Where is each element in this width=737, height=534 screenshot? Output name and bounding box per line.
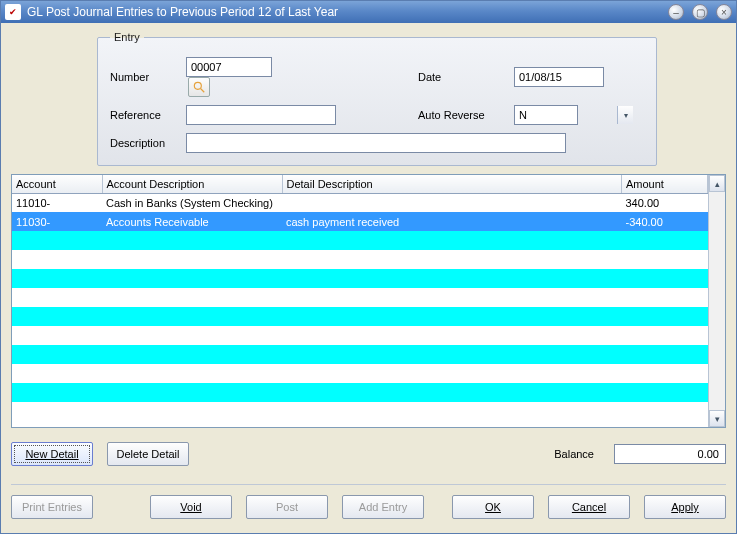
delete-detail-button[interactable]: Delete Detail <box>107 442 189 466</box>
add-entry-button[interactable]: Add Entry <box>342 495 424 519</box>
chevron-down-icon[interactable]: ▾ <box>617 106 633 124</box>
cell-account-description[interactable]: Cash in Banks (System Checking) <box>102 193 282 212</box>
number-label: Number <box>110 71 180 83</box>
grid-header-row: Account Account Description Detail Descr… <box>12 175 708 193</box>
table-row[interactable] <box>12 364 708 383</box>
void-button[interactable]: Void <box>150 495 232 519</box>
reference-input[interactable] <box>186 105 336 125</box>
number-lookup-button[interactable] <box>188 77 210 97</box>
auto-reverse-select[interactable]: ▾ <box>514 105 634 125</box>
entries-grid: Account Account Description Detail Descr… <box>11 174 726 428</box>
cell-amount[interactable]: -340.00 <box>622 212 708 231</box>
entry-group: Entry Number Date Reference Auto Reverse <box>97 31 657 166</box>
scroll-up-button[interactable]: ▴ <box>709 175 725 192</box>
cell-account[interactable]: 11030- <box>12 212 102 231</box>
table-row[interactable] <box>12 402 708 421</box>
close-button[interactable]: × <box>716 4 732 20</box>
cell-amount[interactable]: 340.00 <box>622 193 708 212</box>
print-entries-button[interactable]: Print Entries <box>11 495 93 519</box>
new-detail-button[interactable]: New Detail <box>11 442 93 466</box>
table-row[interactable] <box>12 383 708 402</box>
date-label: Date <box>418 71 508 83</box>
header-account[interactable]: Account <box>12 175 102 193</box>
titlebar: ✔ GL Post Journal Entries to Previous Pe… <box>1 1 736 23</box>
description-label: Description <box>110 137 180 149</box>
balance-label: Balance <box>554 448 594 460</box>
cancel-button[interactable]: Cancel <box>548 495 630 519</box>
app-icon: ✔ <box>5 4 21 20</box>
table-row[interactable] <box>12 345 708 364</box>
cell-detail-description[interactable]: cash payment received <box>282 212 622 231</box>
svg-line-1 <box>201 89 205 93</box>
post-button[interactable]: Post <box>246 495 328 519</box>
minimize-button[interactable]: – <box>668 4 684 20</box>
cell-account[interactable]: 11010- <box>12 193 102 212</box>
search-icon <box>192 80 206 94</box>
table-row[interactable] <box>12 269 708 288</box>
header-amount[interactable]: Amount <box>622 175 708 193</box>
table-row[interactable]: 11010- Cash in Banks (System Checking) 3… <box>12 193 708 212</box>
cell-account-description[interactable]: Accounts Receivable <box>102 212 282 231</box>
table-row[interactable] <box>12 231 708 250</box>
scroll-track[interactable] <box>709 192 725 410</box>
vertical-scrollbar[interactable]: ▴ ▾ <box>708 175 725 427</box>
table-row[interactable] <box>12 326 708 345</box>
separator <box>11 484 726 485</box>
entry-legend: Entry <box>110 31 144 43</box>
date-input[interactable] <box>514 67 604 87</box>
content-area: Entry Number Date Reference Auto Reverse <box>1 23 736 533</box>
maximize-button[interactable]: ▢ <box>692 4 708 20</box>
cell-detail-description[interactable] <box>282 193 622 212</box>
header-account-description[interactable]: Account Description <box>102 175 282 193</box>
auto-reverse-value[interactable] <box>514 105 578 125</box>
table-row[interactable] <box>12 250 708 269</box>
number-input[interactable] <box>186 57 272 77</box>
svg-point-0 <box>194 82 201 89</box>
table-row[interactable] <box>12 307 708 326</box>
description-input[interactable] <box>186 133 566 153</box>
window-frame: ✔ GL Post Journal Entries to Previous Pe… <box>0 0 737 534</box>
header-detail-description[interactable]: Detail Description <box>282 175 622 193</box>
table-row[interactable] <box>12 288 708 307</box>
table-row[interactable]: 11030- Accounts Receivable cash payment … <box>12 212 708 231</box>
reference-label: Reference <box>110 109 180 121</box>
scroll-down-button[interactable]: ▾ <box>709 410 725 427</box>
apply-button[interactable]: Apply <box>644 495 726 519</box>
ok-button[interactable]: OK <box>452 495 534 519</box>
auto-reverse-label: Auto Reverse <box>418 109 508 121</box>
window-title: GL Post Journal Entries to Previous Peri… <box>27 5 660 19</box>
balance-field <box>614 444 726 464</box>
